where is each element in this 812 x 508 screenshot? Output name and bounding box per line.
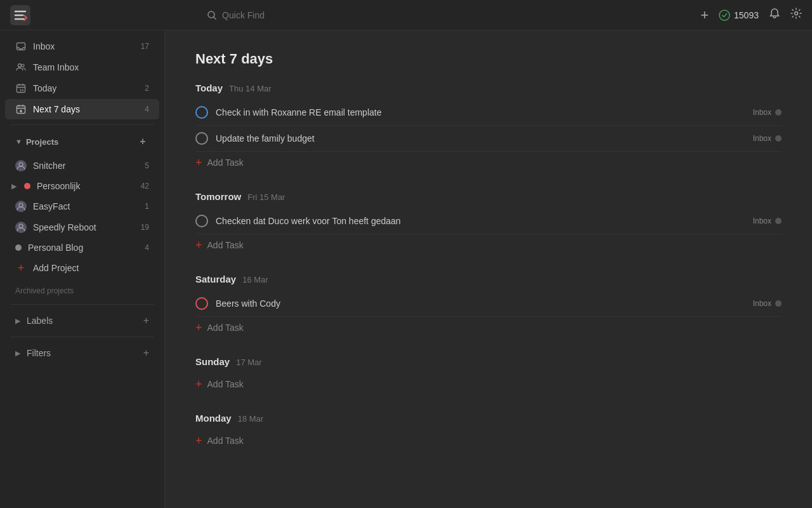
svg-point-3 [794,12,797,15]
snitcher-avatar [15,160,27,171]
svg-point-2 [719,10,730,20]
personal-blog-count: 4 [145,243,149,252]
sidebar-item-personal-blog[interactable]: Personal Blog 4 [5,238,159,257]
projects-label: Projects [26,137,136,147]
day-name-saturday: Saturday [195,274,236,284]
add-task-plus-monday: + [195,435,202,446]
page-title: Next 7 days [195,51,782,67]
task-badge-dot-t1 [775,109,782,116]
svg-point-13 [19,224,23,228]
sidebar: Inbox 17 Team Inbox 14 [0,30,165,508]
search-bar[interactable]: Quick Find [207,10,524,20]
day-header-today: Today Thu 14 Mar [195,83,782,93]
svg-point-11 [19,163,23,166]
add-task-label-tomorrow: Add Task [207,240,244,250]
personal-blog-label: Personal Blog [28,243,138,253]
topbar-right: + 15093 [700,7,802,23]
persoonlijk-expand-icon[interactable]: ▶ [11,182,16,190]
task-checkbox-t1[interactable] [195,106,208,119]
day-section-saturday: Saturday 16 Mar Beers with Cody Inbox + … [195,274,782,338]
add-task-plus-sunday: + [195,378,202,390]
next7days-label: Next 7 days [33,104,138,114]
add-task-sunday[interactable]: + Add Task [195,373,782,395]
archived-label: Archived projects [15,286,74,295]
day-header-saturday: Saturday 16 Mar [195,274,782,284]
inbox-icon [15,41,27,52]
today-count: 2 [145,84,149,93]
task-checkbox-t4[interactable] [195,297,208,310]
add-task-saturday[interactable]: + Add Task [195,317,782,338]
sidebar-item-snitcher[interactable]: Snitcher 5 [5,156,159,176]
next7days-count: 4 [145,105,149,114]
inbox-count: 17 [141,42,149,51]
task-badge-t1: Inbox [753,108,782,117]
projects-chevron: ▼ [15,138,22,145]
easyfact-count: 1 [145,202,149,211]
projects-section-header[interactable]: ▼ Projects + [5,130,159,153]
team-inbox-icon [15,62,27,73]
task-badge-t3: Inbox [753,217,782,225]
svg-point-6 [22,64,24,67]
today-label: Today [33,83,138,93]
search-placeholder: Quick Find [222,10,265,20]
main-layout: Inbox 17 Team Inbox 14 [0,30,812,508]
day-sections: Today Thu 14 Mar Check in with Roxanne R… [195,83,782,451]
task-row-t2[interactable]: Update the family budget Inbox [195,126,782,152]
score-icon [719,10,730,21]
sidebar-item-inbox[interactable]: Inbox 17 [5,36,159,57]
add-task-plus-saturday: + [195,322,202,333]
sidebar-item-today[interactable]: 14 Today 2 [5,78,159,98]
add-task-label-monday: Add Task [207,436,244,446]
divider-3 [10,337,154,337]
task-row-t1[interactable]: Check in with Roxanne RE email template … [195,100,782,126]
sidebar-item-team-inbox[interactable]: Team Inbox [5,57,159,77]
notifications-button[interactable] [769,8,780,22]
task-checkbox-t3[interactable] [195,215,208,227]
personal-blog-dot [15,244,22,251]
sidebar-item-speedly[interactable]: Speedly Reboot 19 [5,217,159,237]
sidebar-item-next7days[interactable]: Next 7 days 4 [5,99,159,119]
topbar: Quick Find + 15093 [0,0,812,30]
sidebar-item-easyfact[interactable]: EasyFact 1 [5,196,159,217]
day-header-tomorrow: Tomorrow Fri 15 Mar [195,191,782,202]
archived-projects-link[interactable]: Archived projects [0,279,164,299]
speedly-label: Speedly Reboot [33,222,134,232]
next7days-icon [15,104,27,115]
svg-text:14: 14 [20,88,24,92]
task-badge-text-t4: Inbox [753,299,771,308]
labels-add-icon[interactable]: + [143,315,149,326]
add-task-label-saturday: Add Task [207,323,244,333]
filters-add-icon[interactable]: + [143,347,149,359]
speedly-avatar [15,222,27,233]
task-checkbox-t2[interactable] [195,132,208,145]
task-row-t4[interactable]: Beers with Cody Inbox [195,291,782,317]
add-task-today[interactable]: + Add Task [195,152,782,173]
task-badge-text-t1: Inbox [753,108,771,117]
labels-section-header[interactable]: ▶ Labels + [5,310,159,331]
add-task-tomorrow[interactable]: + Add Task [195,234,782,256]
add-project-icon[interactable]: + [136,135,149,148]
app-logo[interactable] [10,5,30,25]
task-label-t4: Beers with Cody [216,298,745,309]
persoonlijk-label: Persoonlijk [37,181,134,191]
filters-chevron: ▶ [15,349,20,358]
task-badge-text-t2: Inbox [753,134,771,143]
task-row-t3[interactable]: Checken dat Duco werk voor Ton heeft ged… [195,208,782,234]
sidebar-item-persoonlijk[interactable]: ▶ Persoonlijk 42 [5,177,159,196]
labels-chevron: ▶ [15,317,20,325]
task-label-t2: Update the family budget [216,133,745,144]
add-project-button[interactable]: + Add Project [5,258,159,278]
settings-button[interactable] [790,8,802,22]
search-icon [207,10,217,20]
add-task-monday[interactable]: + Add Task [195,430,782,451]
add-task-plus-today: + [195,157,202,168]
team-inbox-label: Team Inbox [33,62,149,72]
today-icon: 14 [15,83,27,94]
task-badge-t4: Inbox [753,299,782,308]
task-badge-t2: Inbox [753,134,782,143]
day-date-tomorrow: Fri 15 Mar [247,192,285,202]
add-task-label-sunday: Add Task [207,379,244,389]
speedly-count: 19 [141,223,149,232]
add-button[interactable]: + [700,7,709,23]
filters-section-header[interactable]: ▶ Filters + [5,342,159,364]
